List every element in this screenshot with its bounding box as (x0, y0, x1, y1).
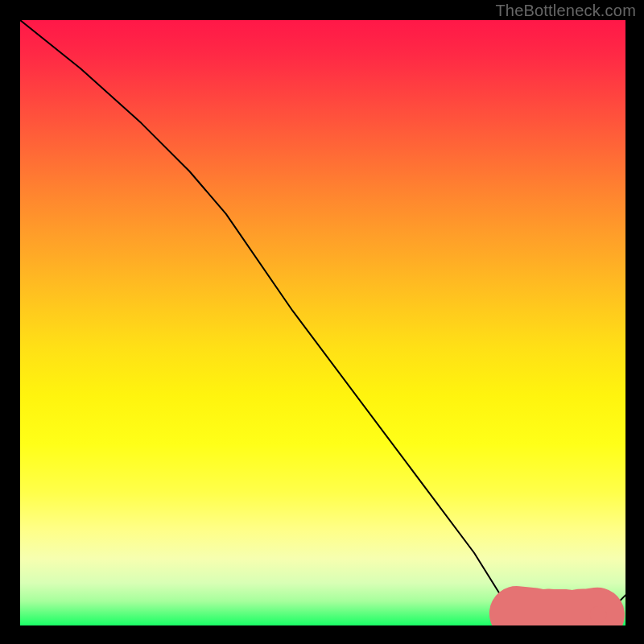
highlight-segment (517, 613, 599, 617)
chart-frame: TheBottleneck.com (0, 0, 644, 644)
series-curve (20, 20, 625, 617)
highlight-end-dot (590, 606, 607, 623)
chart-overlay (20, 20, 625, 625)
plot-area (20, 20, 625, 625)
watermark-text: TheBottleneck.com (495, 2, 636, 20)
